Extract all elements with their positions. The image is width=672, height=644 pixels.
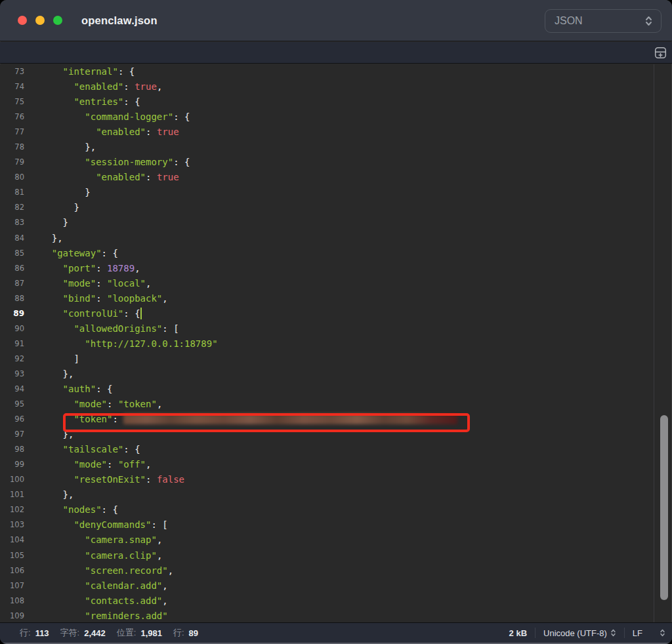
line-number: 96 (0, 412, 24, 427)
line-number: 102 (0, 502, 24, 517)
line-number: 79 (0, 155, 24, 170)
code-text: } (30, 185, 91, 200)
code-line: 74 "enabled": true, (0, 79, 654, 94)
minimize-button[interactable] (35, 16, 45, 25)
code-text: "enabled": true, (30, 79, 162, 94)
code-text: "tailscale": { (30, 442, 140, 457)
code-lines: 73 "internal": {74 "enabled": true,75 "e… (0, 64, 654, 622)
code-text: }, (30, 140, 96, 155)
scrollbar-thumb[interactable] (660, 415, 668, 600)
code-text: "gateway": { (30, 246, 118, 261)
code-line: 99 "mode": "off", (0, 457, 654, 472)
code-text: "command-logger": { (30, 110, 190, 125)
code-text: "auth": { (30, 382, 112, 397)
zoom-button[interactable] (53, 16, 62, 25)
code-line: 77 "enabled": true (0, 125, 654, 140)
line-number: 77 (0, 125, 24, 140)
code-text: "mode": "local", (30, 276, 151, 291)
code-text: "mode": "off", (30, 457, 151, 472)
code-editor[interactable]: 73 "internal": {74 "enabled": true,75 "e… (0, 64, 654, 622)
syntax-mode-value: JSON (555, 15, 583, 27)
encoding-selector[interactable]: Unicode (UTF-8) (543, 628, 616, 638)
window-title: openclaw.json (81, 14, 158, 27)
line-number: 92 (0, 352, 24, 367)
code-line: 85 "gateway": { (0, 246, 654, 261)
code-line: 97 }, (0, 427, 654, 442)
code-line: 89 "controlUi": { (0, 306, 654, 321)
line-number: 75 (0, 94, 24, 110)
line-number: 83 (0, 215, 24, 230)
code-text: "calendar.add", (30, 578, 168, 594)
code-line: 82 } (0, 200, 654, 215)
status-count: 行:89 (173, 627, 198, 639)
status-count-value: 89 (189, 628, 198, 638)
status-count-label: 行: (20, 627, 31, 639)
line-number: 107 (0, 578, 24, 594)
line-number: 86 (0, 261, 24, 276)
code-text: "entries": { (30, 94, 140, 110)
close-button[interactable] (18, 16, 27, 25)
code-text: } (30, 200, 79, 215)
code-text: } (30, 215, 68, 230)
code-text: "http://127.0.0.1:18789" (30, 336, 218, 352)
code-line: 80 "enabled": true (0, 170, 654, 185)
code-text: "contacts.add", (30, 594, 168, 609)
code-line: 96 "token": (0, 412, 654, 427)
code-text: "reminders.add" (30, 609, 168, 622)
code-line: 94 "auth": { (0, 382, 654, 397)
code-text: "session-memory": { (30, 155, 190, 170)
line-ending-selector[interactable]: LF (633, 628, 665, 638)
code-line: 79 "session-memory": { (0, 155, 654, 170)
code-text: "port": 18789, (30, 261, 140, 276)
code-line: 102 "nodes": { (0, 502, 654, 517)
code-line: 92 ] (0, 352, 654, 367)
status-count: 字符:2,442 (60, 627, 106, 639)
code-line: 81 } (0, 185, 654, 200)
code-text: "screen.record", (30, 563, 173, 578)
divider (624, 628, 625, 638)
code-text: "camera.snap", (30, 533, 162, 548)
code-text: }, (30, 367, 74, 382)
line-number: 93 (0, 367, 24, 382)
code-text: "enabled": true (30, 170, 179, 185)
line-number: 109 (0, 609, 24, 622)
split-view-button[interactable] (652, 45, 669, 61)
line-number: 76 (0, 110, 24, 125)
code-text: "mode": "token", (30, 397, 162, 412)
line-number: 104 (0, 533, 24, 548)
code-line: 93 }, (0, 367, 654, 382)
code-line: 100 "resetOnExit": false (0, 472, 654, 487)
code-line: 98 "tailscale": { (0, 442, 654, 457)
split-view-icon (654, 47, 667, 59)
code-text: "nodes": { (30, 502, 118, 517)
code-line: 84 }, (0, 231, 654, 246)
line-number: 90 (0, 321, 24, 336)
line-number: 85 (0, 246, 24, 261)
code-line: 87 "mode": "local", (0, 276, 654, 291)
line-number: 97 (0, 427, 24, 442)
title-bar[interactable]: openclaw.json JSON (0, 0, 672, 41)
code-text: "enabled": true (30, 125, 179, 140)
code-text: "camera.clip", (30, 548, 162, 563)
line-number: 73 (0, 64, 24, 79)
status-count: 位置:1,981 (117, 627, 162, 639)
chevron-up-down-icon (644, 14, 653, 28)
code-line: 103 "denyCommands": [ (0, 517, 654, 533)
code-text: "bind": "loopback", (30, 291, 168, 306)
syntax-mode-dropdown[interactable]: JSON (545, 9, 662, 33)
line-number: 78 (0, 140, 24, 155)
navigation-bar (0, 42, 672, 64)
code-line: 78 }, (0, 140, 654, 155)
line-number: 94 (0, 382, 24, 397)
code-line: 76 "command-logger": { (0, 110, 654, 125)
line-number: 99 (0, 457, 24, 472)
code-line: 104 "camera.snap", (0, 533, 654, 548)
code-text: }, (30, 231, 63, 246)
status-count: 行:113 (20, 627, 49, 639)
code-text: "resetOnExit": false (30, 472, 184, 487)
status-count-value: 113 (35, 628, 49, 638)
chevron-up-down-icon (610, 628, 616, 637)
code-line: 73 "internal": { (0, 64, 654, 79)
code-line: 109 "reminders.add" (0, 609, 654, 622)
code-text: "denyCommands": [ (30, 517, 168, 533)
